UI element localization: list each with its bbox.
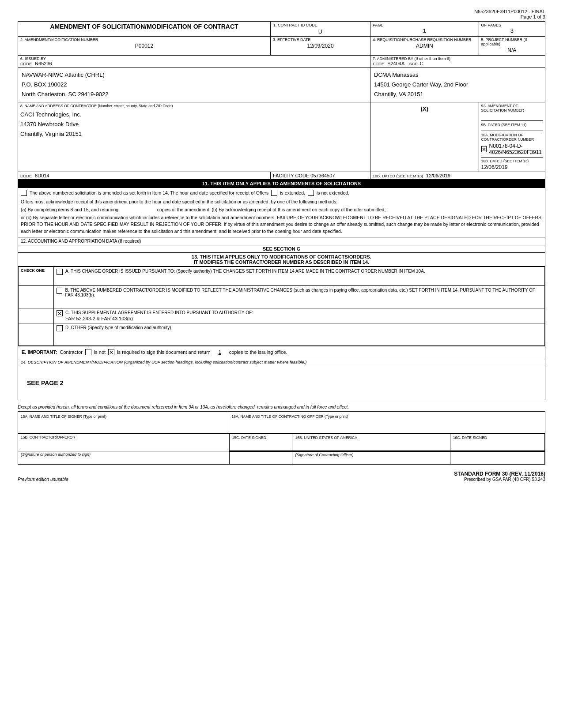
dated-10b-row-label: 10B. DATED (SEE ITEM 13)	[373, 174, 423, 178]
page-number: 1	[373, 27, 476, 34]
item11-para1c: or (c) By separate letter or electronic …	[21, 214, 542, 235]
item11-para1: Offers must acknowledge receipt of this …	[21, 199, 542, 206]
code-label-row: CODE	[20, 174, 32, 178]
project-number-label: 5. PROJECT NUMBER (If applicable)	[481, 38, 543, 46]
requisition-label: 4. REQUISITION/PURCHASE REQUISITION NUMB…	[373, 38, 476, 42]
page-info: Page 1 of 3	[18, 14, 545, 19]
prev-edition-label: Previous edition unusable	[18, 477, 68, 482]
item14-label: 14. DESCRIPTION OF AMENDMENT/MODIFICATIO…	[21, 360, 306, 364]
amendment-sol-label: 9A. AMENDMENT OF SOLICITATION NUMBER	[481, 104, 543, 113]
administered-by-name: DCMA Manassas	[374, 70, 541, 80]
checkbox-item11	[21, 190, 27, 196]
signature-auth-label: (Signature of person authorized to sign)	[21, 452, 226, 457]
contractor-name: CACI Technologies, Inc.	[20, 110, 368, 120]
issued-by-code-label: CODE	[20, 62, 32, 66]
signature-co-label: (Signature of Contracting Officer)	[295, 453, 447, 457]
issued-by-address1: P.O. BOX 190022	[22, 80, 367, 90]
checkbox-d	[57, 325, 63, 331]
important-label: E. IMPORTANT:	[22, 349, 57, 355]
mod-contract-label: 10A. MODIFICATION OF CONTRACT/ORDER NUMB…	[481, 133, 543, 142]
united-states-label: 16B. UNITED STATES OF AMERICA	[295, 435, 447, 440]
administered-by-address1: 14501 George Carter Way, 2nd Floor	[374, 80, 541, 90]
item11-text: The above numbered solicitation is amend…	[30, 190, 268, 197]
checkbox-not-extended	[308, 190, 314, 196]
contract-id-value: U	[273, 27, 367, 35]
scd-label: SCD	[409, 62, 418, 66]
item-c-authority: FAR 52.243-2 & FAR 43.103(b)	[65, 316, 253, 321]
project-number-value: N/A	[481, 46, 543, 54]
item12-value: SEE SECTION G	[263, 246, 301, 251]
amendment-mod-label: 2. AMENDMENT/MODIFICATION NUMBER	[20, 38, 268, 42]
administered-by-code-label: CODE	[373, 62, 384, 66]
except-text: Except as provided herein, all terms and…	[18, 405, 545, 409]
contractor-address2: Chantilly, Virginia 20151	[20, 129, 368, 139]
issued-by-name: NAVWAR-NIWC Atlantic (CHRL)	[22, 70, 367, 80]
contractor-address1: 14370 Newbrook Drive	[20, 120, 368, 129]
contractor-label2: Contractor	[60, 349, 82, 355]
of-pages-label: OF PAGES	[481, 23, 543, 27]
issued-by-code-value: N65236	[35, 61, 52, 66]
mod-contract-value: N00178-04-D-4026/N6523620F3911	[489, 143, 543, 155]
amendment-mod-value: P00012	[20, 42, 268, 50]
form-title: AMENDMENT OF SOLICITATION/MODIFICATION O…	[50, 23, 238, 30]
copies-to-label: copies to the issuing office.	[229, 349, 287, 355]
prescribed-label: Prescribed by GSA FAR (48 CFR) 53.243	[454, 477, 545, 482]
see-page: SEE PAGE 2	[27, 379, 536, 387]
dated-9b-label: 9B. DATED (SEE ITEM 11)	[481, 123, 543, 127]
check-one-label: CHECK ONE	[21, 268, 51, 273]
total-pages: 3	[481, 27, 543, 34]
issued-by-address2: North Charleston, SC 29419-9022	[22, 90, 367, 99]
code-value: 8D014	[35, 173, 49, 178]
item13-header1: 13. THIS ITEM APPLIES ONLY TO MODIFICATI…	[21, 254, 542, 259]
administered-by-label: 7. ADMINISTERED BY (If other than Item 6…	[373, 56, 543, 61]
signer-label: 15A. NAME AND TITLE OF SIGNER (Type or p…	[21, 414, 226, 419]
checkbox-c: ✕	[57, 310, 63, 316]
contractor-label: 8. NAME AND ADDRESS OF CONTRACTOR (Numbe…	[20, 104, 368, 108]
copies-number: 1	[213, 349, 227, 355]
page-label: PAGE	[373, 23, 476, 27]
dated-10b-value: 12/06/2019	[481, 164, 543, 170]
checkbox-is-not	[85, 349, 91, 355]
scd-value: C	[420, 61, 423, 66]
date-signed-16c-label: 16C. DATE SIGNED	[453, 435, 542, 440]
item-b-text: B. THE ABOVE NUMBERED CONTRACT/ORDER IS …	[65, 288, 542, 297]
checkbox-b	[57, 288, 62, 294]
issued-by-label: 6. ISSUED BY	[20, 56, 368, 61]
date-signed-15c-label: 15C. DATE SIGNED	[232, 435, 290, 440]
checkbox-x: (X)	[373, 105, 476, 112]
item-a-text: A. THIS CHANGE ORDER IS ISSUED PURSUANT …	[65, 269, 425, 274]
effective-date-label: 3. EFFECTIVE DATE	[273, 38, 368, 42]
is-not-label: is not	[94, 349, 106, 355]
is-not-extended: is not extended.	[317, 190, 349, 197]
checkbox-extended	[271, 190, 277, 196]
facility-code-label: FACILITY CODE 057364507	[273, 173, 335, 178]
item12-label: 12. ACCOUNTING AND APPROPRIATION DATA (I…	[21, 239, 141, 244]
contracting-officer-label: 16A. NAME AND TITLE OF CONTRACTING OFFIC…	[232, 414, 542, 419]
checkbox-a	[57, 269, 63, 275]
checkbox-is-required: ✕	[108, 349, 114, 355]
item11-header: 11. THIS ITEM ONLY APPLIES TO AMENDMENTS…	[18, 180, 545, 188]
is-extended: is extended.	[280, 190, 305, 197]
item13-header2: IT MODIFIES THE CONTRACT/ORDER NUMBER AS…	[21, 259, 542, 265]
checkbox-10a: ✕	[481, 146, 487, 152]
contract-id-label: 1. CONTRACT ID CODE	[273, 23, 367, 27]
is-required-text: is required to sign this document and re…	[117, 349, 211, 355]
dated-10b-row-value: 12/06/2019	[426, 173, 450, 178]
item-c-text: C. THIS SUPPLEMENTAL AGREEMENT IS ENTERE…	[65, 310, 253, 315]
item11-para1a: (a) By completing items 8 and 15, and re…	[21, 206, 542, 214]
standard-form-label: STANDARD FORM 30 (REV. 11/2016)	[454, 471, 545, 477]
doc-id: N6523620F3911P00012 - FINAL	[18, 9, 545, 14]
item-d-text: D. OTHER (Specify type of modification a…	[65, 325, 171, 330]
administered-by-address2: Chantilly, VA 20151	[374, 90, 541, 99]
dated-10b-label: 10B. DATED (SEE ITEM 13)	[481, 159, 543, 163]
administered-by-code-value: S2404A	[387, 61, 404, 66]
requisition-value: ADMIN	[373, 42, 476, 50]
effective-date-value: 12/09/2020	[273, 42, 368, 50]
contractor-offeror-label: 15B. CONTRACTOR/OFFEROR	[21, 435, 226, 439]
